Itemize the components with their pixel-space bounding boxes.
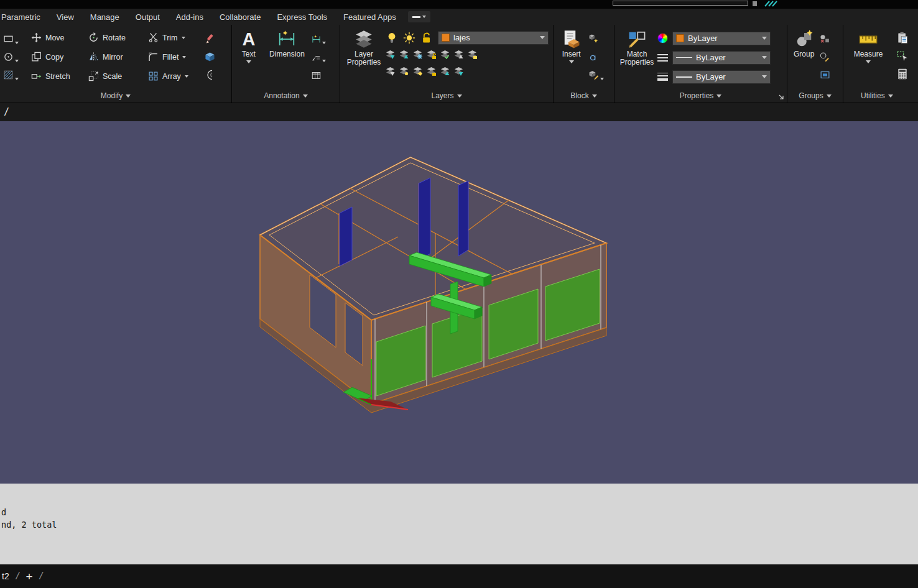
edit-hatch-button[interactable] xyxy=(3,68,28,80)
layer-off-icon[interactable] xyxy=(386,50,395,59)
insert-label: Insert xyxy=(562,50,581,58)
linetype-combo[interactable]: ByLayer xyxy=(672,51,771,65)
table-button[interactable] xyxy=(312,68,336,80)
titlebar-icon xyxy=(753,1,757,6)
layer-unisolate-icon[interactable] xyxy=(468,50,477,59)
layer-on-bulb-icon[interactable] xyxy=(386,32,398,44)
stretch-button[interactable]: Stretch xyxy=(29,71,86,81)
fillet-icon xyxy=(148,52,159,62)
chevron-down-icon xyxy=(185,75,188,78)
fillet-button[interactable]: Fillet xyxy=(146,52,203,62)
offset-icon xyxy=(205,70,215,80)
ribbon-tab-parametric[interactable]: Parametric xyxy=(0,12,49,22)
measure-button[interactable]: Measure xyxy=(849,27,888,89)
group-bounding-box-button[interactable] xyxy=(820,68,840,80)
layer-states-icon[interactable] xyxy=(454,67,463,76)
layer-previous-icon[interactable] xyxy=(440,67,450,76)
layer-freeze-sun-icon[interactable] xyxy=(403,32,415,44)
tab-separator: / xyxy=(40,570,43,582)
lineweight-combo[interactable]: ByLayer xyxy=(672,70,771,84)
multileader-button[interactable] xyxy=(312,50,336,62)
drawing-viewport[interactable] xyxy=(0,121,918,484)
dimension-label: Dimension xyxy=(269,50,305,58)
properties-panel-title[interactable]: Properties xyxy=(614,89,787,103)
ribbon-tab-addins[interactable]: Add-ins xyxy=(168,12,211,22)
block-panel-title[interactable]: Block xyxy=(554,89,614,103)
layers-panel-title[interactable]: Layers xyxy=(340,89,553,103)
properties-dialog-launcher-icon[interactable] xyxy=(778,94,784,100)
layer-unlock-icon[interactable] xyxy=(420,32,433,44)
trim-label: Trim xyxy=(162,34,178,42)
fillet-label: Fillet xyxy=(162,53,178,62)
ribbon-tab-featured-apps[interactable]: Featured Apps xyxy=(335,12,404,22)
ribbon-tab-express-tools[interactable]: Express Tools xyxy=(269,12,335,22)
ribbon-tab-manage[interactable]: Manage xyxy=(82,12,128,22)
group-edit-button[interactable] xyxy=(820,50,840,62)
autocad-window: Parametric View Manage Output Add-ins Co… xyxy=(0,0,918,588)
scale-button[interactable]: Scale xyxy=(86,71,146,81)
chevron-down-icon xyxy=(246,60,251,63)
layer-properties-button[interactable]: Layer Properties xyxy=(342,27,386,89)
viewport-canvas[interactable] xyxy=(0,121,918,484)
drawing-tab[interactable]: t2 xyxy=(2,571,9,581)
new-drawing-button[interactable]: + xyxy=(26,571,32,582)
layer-lock-icon[interactable] xyxy=(427,50,436,59)
array-button[interactable]: Array xyxy=(146,71,203,81)
turn-all-layers-on-icon[interactable] xyxy=(413,67,422,76)
object-color-value: ByLayer xyxy=(688,34,718,43)
insert-button[interactable]: Insert xyxy=(555,27,587,89)
text-icon: A xyxy=(242,30,255,48)
copy-button[interactable]: Copy xyxy=(29,52,86,62)
chevron-down-icon xyxy=(762,75,767,78)
linetype-value: ByLayer xyxy=(696,53,726,62)
paste-button[interactable] xyxy=(896,32,915,44)
edit-polyline-button[interactable] xyxy=(3,32,28,44)
object-color-combo[interactable]: ByLayer xyxy=(672,32,771,45)
erase-button[interactable] xyxy=(205,32,226,44)
define-attribute-button[interactable] xyxy=(588,50,611,62)
explode-button[interactable] xyxy=(205,50,226,62)
match-layer-icon[interactable] xyxy=(454,50,463,59)
offset-button[interactable] xyxy=(205,68,226,80)
chevron-down-icon xyxy=(540,36,545,39)
text-button[interactable]: A Text xyxy=(234,27,264,89)
layer-thaw-all-icon[interactable] xyxy=(399,67,409,76)
chevron-down-icon xyxy=(592,94,597,98)
layer-isolate-icon[interactable] xyxy=(399,50,409,59)
ungroup-button[interactable] xyxy=(820,32,840,44)
text-label: Text xyxy=(242,50,256,58)
table-icon xyxy=(312,71,321,80)
chevron-down-icon xyxy=(457,94,462,98)
groups-panel-title[interactable]: Groups xyxy=(787,89,843,103)
block-editor-button[interactable] xyxy=(588,68,611,80)
quick-select-button[interactable] xyxy=(896,50,915,62)
edit-spline-button[interactable] xyxy=(3,50,28,62)
group-button[interactable]: Group xyxy=(789,27,818,89)
lineweight-value: ByLayer xyxy=(696,72,726,81)
trim-button[interactable]: Trim xyxy=(146,32,203,43)
stretch-icon xyxy=(31,71,42,81)
scale-label: Scale xyxy=(103,72,122,81)
command-line-panel[interactable]: d nd, 2 total xyxy=(0,484,918,564)
move-button[interactable]: Move xyxy=(29,32,86,43)
ribbon-tab-output[interactable]: Output xyxy=(128,12,168,22)
ribbon-display-toggle-button[interactable] xyxy=(408,11,430,22)
rotate-button[interactable]: Rotate xyxy=(86,32,146,43)
utilities-panel-title[interactable]: Utilities xyxy=(843,89,918,103)
linear-dimension-button[interactable] xyxy=(312,32,336,44)
ribbon-tab-collaborate[interactable]: Collaborate xyxy=(211,12,269,22)
modify-panel-title[interactable]: Modify xyxy=(0,89,231,103)
annotation-panel-title[interactable]: Annotation xyxy=(232,89,340,103)
layer-unlock-all-icon[interactable] xyxy=(427,67,436,76)
layer-freeze-icon[interactable] xyxy=(413,50,422,59)
create-block-button[interactable] xyxy=(588,32,611,44)
mirror-button[interactable]: Mirror xyxy=(86,52,146,62)
match-properties-button[interactable]: Match Properties xyxy=(616,27,657,89)
layer-walk-icon[interactable] xyxy=(386,67,395,76)
ribbon-tab-view[interactable]: View xyxy=(49,12,82,22)
dimension-button[interactable]: Dimension xyxy=(264,27,311,89)
make-object-layer-current-icon[interactable] xyxy=(440,50,450,59)
layer-combo[interactable]: lajes xyxy=(438,31,549,45)
quick-calculator-button[interactable] xyxy=(896,68,915,80)
ribbon-panel-groups: Group Groups xyxy=(787,25,843,103)
